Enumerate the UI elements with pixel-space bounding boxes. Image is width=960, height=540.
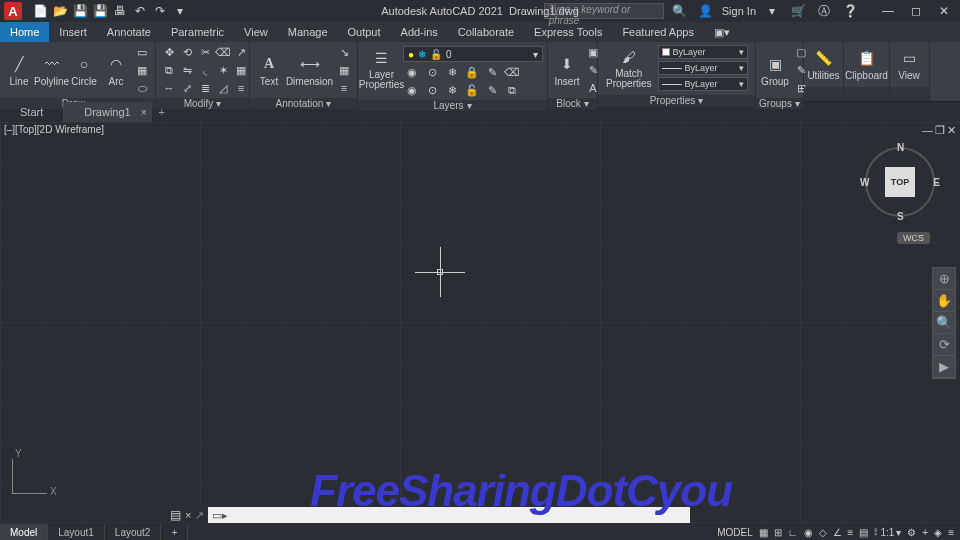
chamfer-icon[interactable]: ◿ [214, 80, 232, 96]
viewcube-e[interactable]: E [933, 177, 940, 188]
tab-view[interactable]: View [234, 22, 278, 42]
erase-icon[interactable]: ⌫ [214, 44, 232, 60]
cart-icon[interactable]: 🛒 [790, 3, 806, 19]
hatch-icon[interactable]: ▦ [133, 62, 151, 78]
wcs-badge[interactable]: WCS [897, 232, 930, 244]
laymch-icon[interactable]: ✎ [483, 64, 501, 80]
arc-button[interactable]: ◠Arc [101, 52, 131, 89]
viewcube[interactable]: TOP N S W E [860, 142, 940, 222]
tab-featuredapps[interactable]: Featured Apps [612, 22, 704, 42]
dimension-button[interactable]: ⟷Dimension [286, 52, 333, 89]
close-tab-icon[interactable]: × [141, 107, 147, 118]
orbit-icon[interactable]: ⟳ [933, 334, 955, 356]
cmd-handle-icon[interactable]: ▤ [170, 508, 181, 522]
viewcube-n[interactable]: N [897, 142, 904, 153]
mtext-icon[interactable]: ≡ [335, 80, 353, 96]
lineweight-dropdown[interactable]: ByLayer▾ [658, 61, 748, 75]
tab-drawing[interactable]: Drawing1× [64, 102, 151, 122]
search-icon[interactable]: 🔍 [672, 3, 688, 19]
fillet-icon[interactable]: ◟ [196, 62, 214, 78]
tab-insert[interactable]: Insert [49, 22, 97, 42]
tab-output[interactable]: Output [338, 22, 391, 42]
gear-icon[interactable]: ⚙ [907, 527, 916, 538]
line-button[interactable]: ╱Line [4, 52, 34, 89]
clipboard-button[interactable]: 📋Clipboard [848, 46, 885, 83]
layer-properties-button[interactable]: ☰LayerProperties [362, 46, 401, 92]
osnap-toggle-icon[interactable]: ◇ [819, 527, 827, 538]
insert-button[interactable]: ⬇Insert [552, 52, 582, 89]
layfrz-icon[interactable]: ❄ [443, 64, 461, 80]
mirror-icon[interactable]: ⇋ [178, 62, 196, 78]
saveas-icon[interactable]: 💾 [92, 3, 108, 19]
pan-icon[interactable]: ✋ [933, 290, 955, 312]
close-button[interactable]: ✕ [932, 3, 956, 19]
tab-layout1[interactable]: Layout1 [48, 524, 105, 540]
layulk-icon[interactable]: 🔓 [463, 82, 481, 98]
modelspace-toggle[interactable]: MODEL [717, 527, 753, 538]
array-icon[interactable]: ▦ [232, 62, 250, 78]
cmd-recent-icon[interactable]: ↗ [195, 509, 204, 522]
panel-label[interactable]: Modify ▾ [156, 98, 249, 109]
polar-toggle-icon[interactable]: ◉ [804, 527, 813, 538]
move-icon[interactable]: ✥ [160, 44, 178, 60]
tab-start[interactable]: Start [0, 102, 64, 122]
add-layout-button[interactable]: + [161, 524, 188, 540]
layiso-icon[interactable]: ⊙ [423, 64, 441, 80]
layuniso-icon[interactable]: ⊙ [423, 82, 441, 98]
circle-button[interactable]: ○Circle [69, 52, 99, 89]
new-icon[interactable]: 📄 [32, 3, 48, 19]
stretch-icon[interactable]: ↔ [160, 80, 178, 96]
minimize-button[interactable]: — [876, 3, 900, 19]
extend-icon[interactable]: ↗ [232, 44, 250, 60]
viewcube-w[interactable]: W [860, 177, 869, 188]
transparency-toggle-icon[interactable]: ▤ [859, 527, 868, 538]
layon-icon[interactable]: ◉ [403, 82, 421, 98]
drawing-canvas[interactable]: [–][Top][2D Wireframe] — ❐ ✕ YX TOP N S … [0, 122, 960, 524]
tab-collaborate[interactable]: Collaborate [448, 22, 524, 42]
explode-icon[interactable]: ✶ [214, 62, 232, 78]
leader-icon[interactable]: ↘ [335, 44, 353, 60]
tab-annotate[interactable]: Annotate [97, 22, 161, 42]
undo-icon[interactable]: ↶ [132, 3, 148, 19]
plus-icon[interactable]: + [922, 527, 928, 538]
tab-addins[interactable]: Add-ins [391, 22, 448, 42]
tab-manage[interactable]: Manage [278, 22, 338, 42]
panel-label[interactable]: Groups ▾ [756, 98, 803, 109]
laycur-icon[interactable]: ✎ [483, 82, 501, 98]
grid-toggle-icon[interactable]: ▦ [759, 527, 768, 538]
text-button[interactable]: AText [254, 52, 284, 89]
laylck-icon[interactable]: 🔒 [463, 64, 481, 80]
chevron-down-icon[interactable]: ▾ [764, 3, 780, 19]
color-dropdown[interactable]: ByLayer▾ [658, 45, 748, 59]
iso-icon[interactable]: ◈ [934, 527, 942, 538]
viewcube-s[interactable]: S [897, 211, 904, 222]
apps-icon[interactable]: Ⓐ [816, 3, 832, 19]
snap-toggle-icon[interactable]: ⊞ [774, 527, 782, 538]
view-button[interactable]: ▭View [894, 46, 924, 83]
tab-parametric[interactable]: Parametric [161, 22, 234, 42]
redo-icon[interactable]: ↷ [152, 3, 168, 19]
cmd-close-icon[interactable]: × [185, 509, 191, 521]
rect-icon[interactable]: ▭ [133, 44, 151, 60]
lwt-toggle-icon[interactable]: ≡ [848, 527, 854, 538]
laydel-icon[interactable]: ⌫ [503, 64, 521, 80]
viewport-label[interactable]: [–][Top][2D Wireframe] [4, 124, 104, 135]
rotate-icon[interactable]: ⟲ [178, 44, 196, 60]
tab-model[interactable]: Model [0, 524, 48, 540]
save-icon[interactable]: 💾 [72, 3, 88, 19]
match-properties-button[interactable]: 🖌MatchProperties [602, 45, 656, 91]
linetype-dropdown[interactable]: ByLayer▾ [658, 77, 748, 91]
zoom-icon[interactable]: 🔍 [933, 312, 955, 334]
qat-dropdown-icon[interactable]: ▾ [172, 3, 188, 19]
fullnav-icon[interactable]: ⊕ [933, 268, 955, 290]
tab-layout2[interactable]: Layout2 [105, 524, 162, 540]
ortho-toggle-icon[interactable]: ∟ [788, 527, 798, 538]
tab-home[interactable]: Home [0, 22, 49, 42]
ellipse-icon[interactable]: ⬭ [133, 80, 151, 96]
laymrg-icon[interactable]: ⧉ [503, 82, 521, 98]
showmotion-icon[interactable]: ▶ [933, 356, 955, 378]
scale-icon[interactable]: ⤢ [178, 80, 196, 96]
align-icon[interactable]: ≡ [232, 80, 250, 96]
vp-minimize-icon[interactable]: — [922, 124, 933, 137]
layoff-icon[interactable]: ◉ [403, 64, 421, 80]
